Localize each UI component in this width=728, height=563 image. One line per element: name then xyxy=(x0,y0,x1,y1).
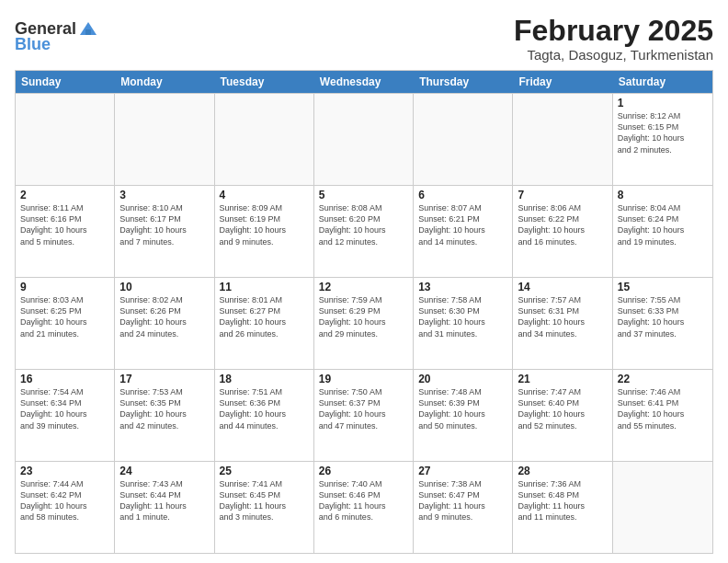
calendar-header-row: Sunday Monday Tuesday Wednesday Thursday… xyxy=(16,71,712,93)
day-number: 7 xyxy=(518,189,607,201)
calendar-row-0: 1Sunrise: 8:12 AM Sunset: 6:15 PM Daylig… xyxy=(16,93,712,185)
day-number: 24 xyxy=(119,465,209,477)
calendar-cell-r1c1: 3Sunrise: 8:10 AM Sunset: 6:17 PM Daylig… xyxy=(115,186,214,277)
calendar-cell-r4c3: 26Sunrise: 7:40 AM Sunset: 6:46 PM Dayli… xyxy=(314,462,414,553)
day-info: Sunrise: 7:54 AM Sunset: 6:34 PM Dayligh… xyxy=(20,386,109,431)
day-number: 25 xyxy=(220,465,309,477)
day-info: Sunrise: 7:59 AM Sunset: 6:29 PM Dayligh… xyxy=(319,294,408,339)
day-info: Sunrise: 7:46 AM Sunset: 6:41 PM Dayligh… xyxy=(618,386,708,431)
calendar-cell-r2c2: 11Sunrise: 8:01 AM Sunset: 6:27 PM Dayli… xyxy=(215,278,314,369)
weekday-friday: Friday xyxy=(513,71,612,93)
day-info: Sunrise: 8:10 AM Sunset: 6:17 PM Dayligh… xyxy=(119,202,209,247)
day-number: 10 xyxy=(119,281,209,293)
title-block: February 2025 Tagta, Dasoguz, Turkmenist… xyxy=(514,15,713,63)
day-number: 19 xyxy=(319,373,408,385)
calendar-cell-r0c3 xyxy=(314,94,414,185)
calendar: Sunday Monday Tuesday Wednesday Thursday… xyxy=(15,70,713,554)
day-number: 15 xyxy=(618,281,708,293)
day-number: 17 xyxy=(119,373,209,385)
day-info: Sunrise: 7:58 AM Sunset: 6:30 PM Dayligh… xyxy=(418,294,507,339)
calendar-cell-r1c2: 4Sunrise: 8:09 AM Sunset: 6:19 PM Daylig… xyxy=(215,186,314,277)
calendar-row-4: 23Sunrise: 7:44 AM Sunset: 6:42 PM Dayli… xyxy=(16,461,712,553)
day-number: 8 xyxy=(618,189,708,201)
calendar-cell-r1c0: 2Sunrise: 8:11 AM Sunset: 6:16 PM Daylig… xyxy=(16,186,115,277)
calendar-cell-r2c4: 13Sunrise: 7:58 AM Sunset: 6:30 PM Dayli… xyxy=(414,278,513,369)
day-number: 22 xyxy=(618,373,708,385)
calendar-cell-r0c2 xyxy=(215,94,314,185)
day-info: Sunrise: 7:38 AM Sunset: 6:47 PM Dayligh… xyxy=(418,478,507,523)
header: General Blue February 2025 Tagta, Dasogu… xyxy=(15,15,713,63)
location-subtitle: Tagta, Dasoguz, Turkmenistan xyxy=(514,47,713,63)
day-number: 5 xyxy=(319,189,408,201)
calendar-cell-r0c5 xyxy=(513,94,612,185)
day-info: Sunrise: 7:48 AM Sunset: 6:39 PM Dayligh… xyxy=(418,386,507,431)
day-info: Sunrise: 7:55 AM Sunset: 6:33 PM Dayligh… xyxy=(618,294,708,339)
page: General Blue February 2025 Tagta, Dasogu… xyxy=(0,0,728,563)
day-number: 21 xyxy=(518,373,607,385)
day-number: 14 xyxy=(518,281,607,293)
day-number: 2 xyxy=(20,189,109,201)
svg-marker-1 xyxy=(85,29,91,35)
calendar-cell-r3c0: 16Sunrise: 7:54 AM Sunset: 6:34 PM Dayli… xyxy=(16,370,115,461)
day-info: Sunrise: 7:47 AM Sunset: 6:40 PM Dayligh… xyxy=(518,386,607,431)
calendar-cell-r3c6: 22Sunrise: 7:46 AM Sunset: 6:41 PM Dayli… xyxy=(613,370,712,461)
weekday-wednesday: Wednesday xyxy=(314,71,414,93)
weekday-monday: Monday xyxy=(115,71,214,93)
day-info: Sunrise: 7:44 AM Sunset: 6:42 PM Dayligh… xyxy=(20,478,109,523)
day-number: 3 xyxy=(119,189,209,201)
logo: General Blue xyxy=(15,18,98,54)
calendar-row-3: 16Sunrise: 7:54 AM Sunset: 6:34 PM Dayli… xyxy=(16,369,712,461)
day-info: Sunrise: 8:12 AM Sunset: 6:15 PM Dayligh… xyxy=(618,110,708,155)
day-info: Sunrise: 8:06 AM Sunset: 6:22 PM Dayligh… xyxy=(518,202,607,247)
calendar-cell-r4c5: 28Sunrise: 7:36 AM Sunset: 6:48 PM Dayli… xyxy=(513,462,612,553)
day-number: 23 xyxy=(20,465,109,477)
calendar-row-1: 2Sunrise: 8:11 AM Sunset: 6:16 PM Daylig… xyxy=(16,185,712,277)
day-number: 1 xyxy=(618,97,708,109)
weekday-sunday: Sunday xyxy=(16,71,115,93)
day-number: 4 xyxy=(220,189,309,201)
day-info: Sunrise: 7:43 AM Sunset: 6:44 PM Dayligh… xyxy=(119,478,209,523)
day-info: Sunrise: 8:04 AM Sunset: 6:24 PM Dayligh… xyxy=(618,202,708,247)
calendar-cell-r3c3: 19Sunrise: 7:50 AM Sunset: 6:37 PM Dayli… xyxy=(314,370,414,461)
day-number: 11 xyxy=(220,281,309,293)
calendar-cell-r1c5: 7Sunrise: 8:06 AM Sunset: 6:22 PM Daylig… xyxy=(513,186,612,277)
calendar-cell-r1c6: 8Sunrise: 8:04 AM Sunset: 6:24 PM Daylig… xyxy=(613,186,712,277)
calendar-cell-r4c2: 25Sunrise: 7:41 AM Sunset: 6:45 PM Dayli… xyxy=(215,462,314,553)
day-number: 20 xyxy=(418,373,507,385)
day-info: Sunrise: 8:11 AM Sunset: 6:16 PM Dayligh… xyxy=(20,202,109,247)
day-info: Sunrise: 7:57 AM Sunset: 6:31 PM Dayligh… xyxy=(518,294,607,339)
calendar-cell-r2c1: 10Sunrise: 8:02 AM Sunset: 6:26 PM Dayli… xyxy=(115,278,214,369)
day-info: Sunrise: 7:51 AM Sunset: 6:36 PM Dayligh… xyxy=(220,386,309,431)
day-info: Sunrise: 7:50 AM Sunset: 6:37 PM Dayligh… xyxy=(319,386,408,431)
day-info: Sunrise: 8:08 AM Sunset: 6:20 PM Dayligh… xyxy=(319,202,408,247)
calendar-cell-r2c3: 12Sunrise: 7:59 AM Sunset: 6:29 PM Dayli… xyxy=(314,278,414,369)
calendar-cell-r4c4: 27Sunrise: 7:38 AM Sunset: 6:47 PM Dayli… xyxy=(414,462,513,553)
calendar-cell-r3c1: 17Sunrise: 7:53 AM Sunset: 6:35 PM Dayli… xyxy=(115,370,214,461)
day-number: 13 xyxy=(418,281,507,293)
calendar-cell-r1c4: 6Sunrise: 8:07 AM Sunset: 6:21 PM Daylig… xyxy=(414,186,513,277)
day-info: Sunrise: 8:02 AM Sunset: 6:26 PM Dayligh… xyxy=(119,294,209,339)
day-number: 26 xyxy=(319,465,408,477)
weekday-saturday: Saturday xyxy=(613,71,712,93)
calendar-cell-r0c4 xyxy=(414,94,513,185)
calendar-cell-r3c4: 20Sunrise: 7:48 AM Sunset: 6:39 PM Dayli… xyxy=(414,370,513,461)
calendar-cell-r4c1: 24Sunrise: 7:43 AM Sunset: 6:44 PM Dayli… xyxy=(115,462,214,553)
day-number: 28 xyxy=(518,465,607,477)
day-info: Sunrise: 7:36 AM Sunset: 6:48 PM Dayligh… xyxy=(518,478,607,523)
calendar-cell-r2c0: 9Sunrise: 8:03 AM Sunset: 6:25 PM Daylig… xyxy=(16,278,115,369)
day-number: 9 xyxy=(20,281,109,293)
day-info: Sunrise: 7:53 AM Sunset: 6:35 PM Dayligh… xyxy=(119,386,209,431)
weekday-tuesday: Tuesday xyxy=(215,71,314,93)
day-info: Sunrise: 7:41 AM Sunset: 6:45 PM Dayligh… xyxy=(220,478,309,523)
day-number: 18 xyxy=(220,373,309,385)
day-number: 12 xyxy=(319,281,408,293)
day-info: Sunrise: 8:01 AM Sunset: 6:27 PM Dayligh… xyxy=(220,294,309,339)
calendar-cell-r0c0 xyxy=(16,94,115,185)
calendar-cell-r0c6: 1Sunrise: 8:12 AM Sunset: 6:15 PM Daylig… xyxy=(613,94,712,185)
logo-blue: Blue xyxy=(15,35,51,54)
day-info: Sunrise: 8:09 AM Sunset: 6:19 PM Dayligh… xyxy=(220,202,309,247)
day-info: Sunrise: 8:07 AM Sunset: 6:21 PM Dayligh… xyxy=(418,202,507,247)
calendar-cell-r2c6: 15Sunrise: 7:55 AM Sunset: 6:33 PM Dayli… xyxy=(613,278,712,369)
month-year-title: February 2025 xyxy=(514,15,713,47)
calendar-row-2: 9Sunrise: 8:03 AM Sunset: 6:25 PM Daylig… xyxy=(16,277,712,369)
